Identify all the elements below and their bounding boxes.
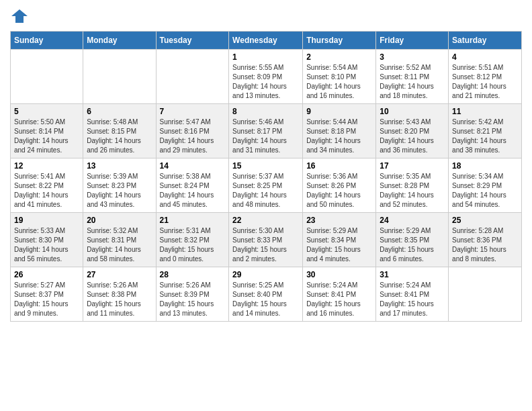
day-number: 24 — [380, 216, 445, 225]
calendar-cell: 19Sunrise: 5:33 AMSunset: 8:30 PMDayligh… — [11, 213, 83, 267]
calendar-header-row: SundayMondayTuesdayWednesdayThursdayFrid… — [11, 32, 522, 50]
day-number: 29 — [232, 270, 299, 279]
calendar-cell: 7Sunrise: 5:47 AMSunset: 8:16 PMDaylight… — [156, 104, 229, 158]
day-info: Sunrise: 5:34 AMSunset: 8:29 PMDaylight:… — [452, 172, 518, 210]
day-info: Sunrise: 5:46 AMSunset: 8:17 PMDaylight:… — [232, 118, 299, 155]
day-info: Sunrise: 5:31 AMSunset: 8:32 PMDaylight:… — [160, 226, 226, 264]
calendar-header-friday: Friday — [376, 32, 449, 50]
calendar-cell: 15Sunrise: 5:37 AMSunset: 8:25 PMDayligh… — [229, 158, 303, 213]
calendar-cell: 23Sunrise: 5:29 AMSunset: 8:34 PMDayligh… — [303, 213, 376, 267]
calendar-cell: 14Sunrise: 5:38 AMSunset: 8:24 PMDayligh… — [156, 158, 229, 213]
day-info: Sunrise: 5:50 AMSunset: 8:14 PMDaylight:… — [14, 118, 79, 155]
day-number: 4 — [452, 52, 518, 62]
calendar-cell: 11Sunrise: 5:42 AMSunset: 8:21 PMDayligh… — [449, 104, 522, 158]
day-number: 16 — [306, 161, 372, 171]
day-number: 9 — [306, 107, 372, 116]
calendar-cell — [11, 50, 83, 104]
day-number: 6 — [87, 107, 152, 116]
day-info: Sunrise: 5:30 AMSunset: 8:33 PMDaylight:… — [232, 226, 299, 264]
calendar-cell: 26Sunrise: 5:27 AMSunset: 8:37 PMDayligh… — [11, 267, 83, 322]
day-info: Sunrise: 5:29 AMSunset: 8:34 PMDaylight:… — [306, 226, 372, 264]
calendar-header-saturday: Saturday — [449, 32, 522, 50]
day-number: 8 — [232, 107, 299, 116]
day-info: Sunrise: 5:26 AMSunset: 8:39 PMDaylight:… — [160, 281, 226, 318]
day-info: Sunrise: 5:47 AMSunset: 8:16 PMDaylight:… — [160, 118, 226, 155]
calendar-header-wednesday: Wednesday — [229, 32, 303, 50]
calendar-cell: 22Sunrise: 5:30 AMSunset: 8:33 PMDayligh… — [229, 213, 303, 267]
day-number: 31 — [380, 270, 445, 279]
day-info: Sunrise: 5:55 AMSunset: 8:09 PMDaylight:… — [232, 63, 299, 101]
calendar-cell: 2Sunrise: 5:54 AMSunset: 8:10 PMDaylight… — [303, 50, 376, 104]
day-number: 7 — [160, 107, 226, 116]
calendar-cell: 4Sunrise: 5:51 AMSunset: 8:12 PMDaylight… — [449, 50, 522, 104]
day-number: 20 — [87, 216, 152, 225]
calendar-header-monday: Monday — [83, 32, 156, 50]
day-info: Sunrise: 5:43 AMSunset: 8:20 PMDaylight:… — [380, 118, 445, 155]
day-number: 15 — [232, 161, 299, 171]
day-info: Sunrise: 5:39 AMSunset: 8:23 PMDaylight:… — [87, 172, 152, 210]
day-number: 27 — [87, 270, 152, 279]
day-number: 18 — [452, 161, 518, 171]
day-info: Sunrise: 5:37 AMSunset: 8:25 PMDaylight:… — [232, 172, 299, 210]
day-number: 30 — [306, 270, 372, 279]
calendar-cell: 20Sunrise: 5:32 AMSunset: 8:31 PMDayligh… — [83, 213, 156, 267]
day-number: 21 — [160, 216, 226, 225]
day-info: Sunrise: 5:24 AMSunset: 8:41 PMDaylight:… — [380, 281, 445, 318]
day-info: Sunrise: 5:36 AMSunset: 8:26 PMDaylight:… — [306, 172, 372, 210]
day-info: Sunrise: 5:44 AMSunset: 8:18 PMDaylight:… — [306, 118, 372, 155]
calendar-header-sunday: Sunday — [11, 32, 83, 50]
calendar-cell: 1Sunrise: 5:55 AMSunset: 8:09 PMDaylight… — [229, 50, 303, 104]
day-number: 1 — [232, 52, 299, 62]
calendar-cell: 17Sunrise: 5:35 AMSunset: 8:28 PMDayligh… — [376, 158, 449, 213]
calendar-cell: 5Sunrise: 5:50 AMSunset: 8:14 PMDaylight… — [11, 104, 83, 158]
day-info: Sunrise: 5:24 AMSunset: 8:41 PMDaylight:… — [306, 281, 372, 318]
day-info: Sunrise: 5:27 AMSunset: 8:37 PMDaylight:… — [14, 281, 79, 318]
day-info: Sunrise: 5:26 AMSunset: 8:38 PMDaylight:… — [87, 281, 152, 318]
calendar-cell: 10Sunrise: 5:43 AMSunset: 8:20 PMDayligh… — [376, 104, 449, 158]
day-info: Sunrise: 5:32 AMSunset: 8:31 PMDaylight:… — [87, 226, 152, 264]
day-number: 10 — [380, 107, 445, 116]
day-number: 2 — [306, 52, 372, 62]
calendar-cell — [156, 50, 229, 104]
day-info: Sunrise: 5:54 AMSunset: 8:10 PMDaylight:… — [306, 63, 372, 101]
calendar-cell: 6Sunrise: 5:48 AMSunset: 8:15 PMDaylight… — [83, 104, 156, 158]
day-number: 3 — [380, 52, 445, 62]
day-info: Sunrise: 5:38 AMSunset: 8:24 PMDaylight:… — [160, 172, 226, 210]
day-number: 23 — [306, 216, 372, 225]
logo-icon — [10, 7, 29, 26]
calendar-cell — [449, 267, 522, 322]
calendar-header-thursday: Thursday — [303, 32, 376, 50]
day-info: Sunrise: 5:25 AMSunset: 8:40 PMDaylight:… — [232, 281, 299, 318]
calendar-cell: 28Sunrise: 5:26 AMSunset: 8:39 PMDayligh… — [156, 267, 229, 322]
calendar-week-5: 26Sunrise: 5:27 AMSunset: 8:37 PMDayligh… — [11, 267, 522, 322]
calendar-cell: 30Sunrise: 5:24 AMSunset: 8:41 PMDayligh… — [303, 267, 376, 322]
calendar-table: SundayMondayTuesdayWednesdayThursdayFrid… — [10, 31, 522, 322]
calendar-week-1: 1Sunrise: 5:55 AMSunset: 8:09 PMDaylight… — [11, 50, 522, 104]
day-number: 14 — [160, 161, 226, 171]
calendar-header-tuesday: Tuesday — [156, 32, 229, 50]
calendar-cell: 16Sunrise: 5:36 AMSunset: 8:26 PMDayligh… — [303, 158, 376, 213]
calendar-cell: 25Sunrise: 5:28 AMSunset: 8:36 PMDayligh… — [449, 213, 522, 267]
day-info: Sunrise: 5:42 AMSunset: 8:21 PMDaylight:… — [452, 118, 518, 155]
day-info: Sunrise: 5:28 AMSunset: 8:36 PMDaylight:… — [452, 226, 518, 264]
calendar-week-4: 19Sunrise: 5:33 AMSunset: 8:30 PMDayligh… — [11, 213, 522, 267]
day-number: 12 — [14, 161, 79, 171]
calendar-cell: 3Sunrise: 5:52 AMSunset: 8:11 PMDaylight… — [376, 50, 449, 104]
day-info: Sunrise: 5:29 AMSunset: 8:35 PMDaylight:… — [380, 226, 445, 264]
day-number: 22 — [232, 216, 299, 225]
calendar-cell: 24Sunrise: 5:29 AMSunset: 8:35 PMDayligh… — [376, 213, 449, 267]
logo — [10, 7, 32, 26]
calendar-cell: 12Sunrise: 5:41 AMSunset: 8:22 PMDayligh… — [11, 158, 83, 213]
day-info: Sunrise: 5:48 AMSunset: 8:15 PMDaylight:… — [87, 118, 152, 155]
svg-marker-0 — [11, 9, 28, 23]
calendar-cell: 18Sunrise: 5:34 AMSunset: 8:29 PMDayligh… — [449, 158, 522, 213]
day-number: 5 — [14, 107, 79, 116]
day-number: 28 — [160, 270, 226, 279]
day-number: 13 — [87, 161, 152, 171]
page-header — [10, 7, 522, 26]
day-number: 25 — [452, 216, 518, 225]
day-info: Sunrise: 5:52 AMSunset: 8:11 PMDaylight:… — [380, 63, 445, 101]
calendar-cell: 27Sunrise: 5:26 AMSunset: 8:38 PMDayligh… — [83, 267, 156, 322]
calendar-week-3: 12Sunrise: 5:41 AMSunset: 8:22 PMDayligh… — [11, 158, 522, 213]
day-number: 26 — [14, 270, 79, 279]
